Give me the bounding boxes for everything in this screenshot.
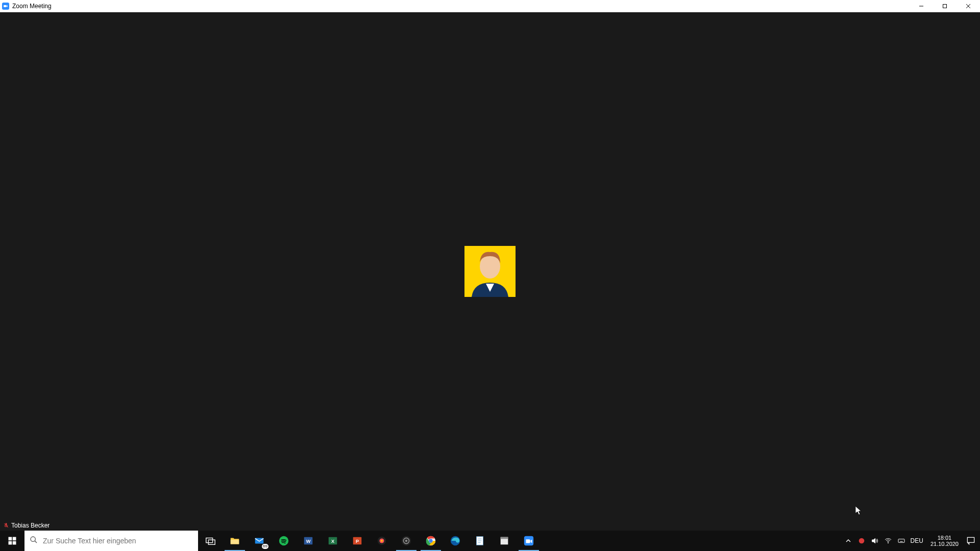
search-icon [30,536,38,546]
svg-rect-9 [9,541,12,545]
tray-time: 18:01 [930,535,959,541]
tray-recording-icon[interactable] [857,537,866,545]
participant-name: Tobias Becker [11,522,50,529]
taskbar-app-zoom[interactable] [517,531,541,551]
svg-text:W: W [306,539,311,544]
svg-point-29 [405,540,408,542]
video-area[interactable]: Tobias Becker [0,12,980,531]
taskbar: 69 W X P [0,531,980,551]
svg-point-11 [31,537,35,541]
svg-rect-14 [208,540,215,544]
taskbar-app-explorer[interactable] [223,531,247,551]
svg-rect-38 [501,537,508,539]
minimize-button[interactable] [910,0,933,12]
participant-label: Tobias Becker [2,521,51,530]
svg-rect-16 [255,538,264,544]
maximize-button[interactable] [933,0,957,12]
participant-avatar [464,246,516,297]
taskbar-app-edge[interactable] [443,531,468,551]
taskbar-app-powerpoint[interactable]: P [345,531,370,551]
tray-volume-icon[interactable] [871,537,879,545]
svg-text:P: P [356,539,359,544]
taskbar-app-mail[interactable]: 69 [247,531,272,551]
mic-muted-icon [3,522,9,529]
zoom-app-icon [2,3,9,10]
svg-point-41 [888,542,888,543]
svg-rect-7 [9,537,12,541]
tray-overflow-icon[interactable] [844,537,852,545]
task-view-button[interactable] [198,531,223,551]
search-box[interactable] [24,531,198,551]
zoom-window: Zoom Meeting [0,0,980,531]
taskbar-app-spotify[interactable] [272,531,296,551]
tray-clock[interactable]: 18:01 21.10.2020 [928,535,961,547]
tray-wifi-icon[interactable] [884,537,892,545]
taskbar-app-chrome[interactable] [419,531,443,551]
start-button[interactable] [0,531,24,551]
taskbar-app-obs[interactable] [394,531,419,551]
svg-line-12 [35,541,37,543]
svg-rect-1 [943,5,947,8]
tray-language[interactable]: DEU [911,537,923,544]
svg-rect-10 [13,541,16,545]
titlebar: Zoom Meeting [0,0,980,12]
svg-rect-13 [206,538,213,543]
svg-point-26 [381,540,383,542]
svg-point-31 [429,539,432,542]
tray-notifications-icon[interactable] [966,536,976,546]
tray-input-icon[interactable] [897,537,905,545]
svg-point-40 [859,538,864,544]
taskbar-app-notepad[interactable] [468,531,492,551]
mail-badge: 69 [262,544,268,549]
taskbar-app-generic-2[interactable] [492,531,517,551]
tray-date: 21.10.2020 [930,541,959,547]
window-controls [910,0,980,12]
svg-rect-42 [898,539,904,543]
svg-rect-15 [231,540,239,544]
svg-rect-8 [13,537,16,541]
taskbar-app-generic-1[interactable] [370,531,394,551]
svg-rect-47 [967,537,974,542]
taskbar-app-excel[interactable]: X [321,531,345,551]
window-title: Zoom Meeting [12,3,52,10]
svg-text:X: X [331,539,335,544]
search-input[interactable] [43,537,193,545]
taskbar-app-word[interactable]: W [296,531,321,551]
system-tray: DEU 18:01 21.10.2020 [840,531,980,551]
close-button[interactable] [957,0,980,12]
